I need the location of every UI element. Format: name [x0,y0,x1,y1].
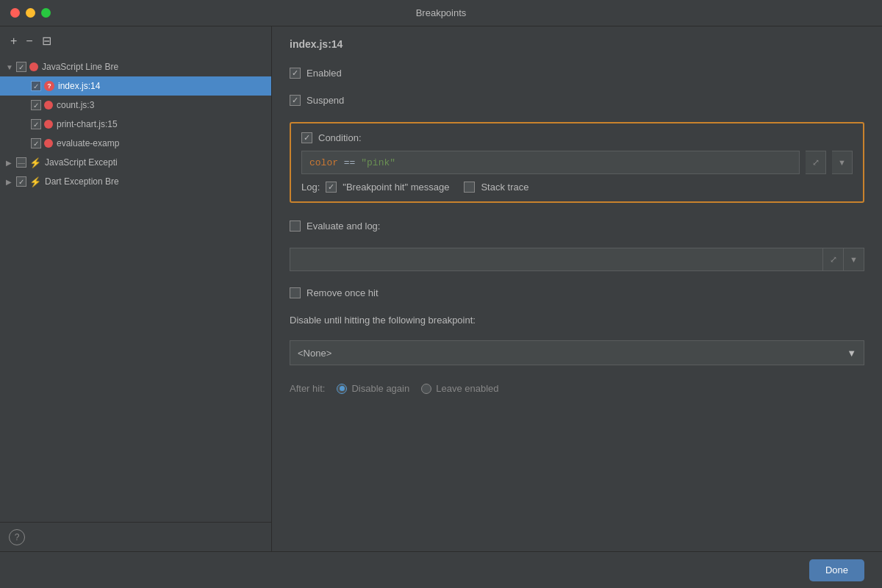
checkbox-js-line-br[interactable] [16,62,26,72]
tree-label-js-exception: JavaScript Excepti [45,157,118,168]
red-question-icon-index-js-14 [44,81,54,91]
evaluate-row: Evaluate and log: [290,220,864,232]
condition-dropdown-button[interactable]: ▼ [832,151,853,174]
red-dot-icon-print-chart-js [44,120,53,129]
red-dot-icon-evaluate-examp [44,139,53,148]
after-hit-row: After hit: Disable again Leave enabled [290,383,864,394]
breakpoint-title: index.js:14 [290,38,864,50]
close-button[interactable] [10,8,20,18]
window-title: Breakpoints [416,7,467,18]
evaluate-dropdown-button[interactable]: ▼ [844,248,864,271]
disable-until-label: Disable until hitting the following brea… [290,315,864,326]
tree-item-count-js-3[interactable]: count.js:3 [0,96,271,115]
checkbox-js-exception[interactable]: — [16,157,26,168]
checkbox-count-js-3[interactable] [31,100,41,110]
evaluate-input-row: ⤢ ▼ [290,248,864,271]
remove-once-hit-label: Remove once hit [306,287,379,298]
done-button[interactable]: Done [809,559,864,581]
enabled-label: Enabled [306,68,342,79]
radio-leave-enabled: Leave enabled [421,383,498,394]
condition-code-display[interactable]: color == "pink" [301,151,800,174]
condition-box: Condition: color == "pink" ⤢ ▼ Log: "Bre… [290,122,864,203]
radio-leave-enabled-label: Leave enabled [436,383,498,394]
evaluate-label: Evaluate and log: [306,220,380,232]
condition-header: Condition: [301,132,853,143]
right-panel: index.js:14 Enabled Suspend Condition: c… [272,26,882,551]
log-stack-trace-label: Stack trace [481,182,528,193]
remove-once-hit-row: Remove once hit [290,287,864,298]
disable-until-value: <None> [298,348,331,359]
tree-item-dart-exception-br[interactable]: ▶ ⚡ Dart Exception Bre [0,172,271,191]
tree-label-print-chart-js: print-chart.js:15 [57,119,118,129]
tree-label-js-line-br: JavaScript Line Bre [42,62,118,72]
code-keyword: color [309,157,338,168]
checkbox-evaluate-examp[interactable] [31,138,41,148]
tree-label-dart-exception-br: Dart Exception Bre [45,176,119,187]
tree-label-count-js-3: count.js:3 [57,100,94,110]
checkbox-print-chart-js[interactable] [31,119,41,129]
evaluate-expand-button[interactable]: ⤢ [823,248,844,271]
minimize-button[interactable] [26,8,35,18]
expand-arrow-js-exception: ▶ [6,159,16,167]
titlebar: Breakpoints [0,0,882,26]
expand-arrow-dart-exception-br: ▶ [6,178,16,186]
add-breakpoint-button[interactable]: + [9,35,18,47]
lightning-icon-dart-exception-br: ⚡ [29,176,41,187]
condition-checkbox[interactable] [301,132,312,143]
tree-item-print-chart-js[interactable]: print-chart.js:15 [0,115,271,134]
expand-arrow-js-line-br: ▼ [6,63,16,71]
checkbox-dart-exception-br[interactable] [16,176,26,187]
condition-expand-button[interactable]: ⤢ [806,151,826,174]
red-dot-icon-count-js-3 [44,101,53,110]
window-controls [10,8,51,18]
code-string: "pink" [361,157,395,168]
mute-breakpoints-button[interactable]: ⊟ [40,35,53,47]
enabled-row: Enabled [290,68,864,79]
log-stack-trace-checkbox[interactable] [464,182,475,193]
breakpoints-toolbar: + − ⊟ [0,26,271,56]
suspend-label: Suspend [306,95,344,106]
tree-label-index-js-14: index.js:14 [58,81,100,91]
checkbox-index-js-14[interactable] [31,81,41,91]
after-hit-label: After hit: [290,383,325,394]
tree-item-js-exception[interactable]: ▶ — ⚡ JavaScript Excepti [0,153,271,172]
red-dot-icon-js-line-br [29,62,38,71]
suspend-checkbox[interactable] [290,95,301,106]
radio-disable-again: Disable again [337,383,409,394]
radio-disable-again-label: Disable again [351,383,409,394]
log-bp-hit-label: "Breakpoint hit" message [343,182,449,193]
breakpoints-tree: ▼ JavaScript Line Bre index.js:14 count.… [0,56,271,522]
radio-disable-again-button[interactable] [337,384,347,394]
code-operator: == [338,157,361,168]
maximize-button[interactable] [41,8,51,18]
condition-label: Condition: [318,132,362,143]
tree-item-evaluate-examp[interactable]: evaluate-examp [0,134,271,153]
suspend-row: Suspend [290,95,864,106]
remove-once-hit-checkbox[interactable] [290,287,301,298]
remove-breakpoint-button[interactable]: − [24,35,34,47]
log-bp-hit-checkbox[interactable] [326,182,337,193]
tree-item-js-line-br[interactable]: ▼ JavaScript Line Bre [0,57,271,76]
main-content: + − ⊟ ▼ JavaScript Line Bre index.js:14 [0,26,882,551]
left-panel: + − ⊟ ▼ JavaScript Line Bre index.js:14 [0,26,272,551]
help-button[interactable]: ? [9,529,25,545]
log-label: Log: [301,182,320,193]
tree-item-index-js-14[interactable]: index.js:14 [0,76,271,96]
disable-until-dropdown[interactable]: <None> ▼ [290,340,864,365]
tree-label-evaluate-examp: evaluate-examp [57,138,119,148]
enabled-checkbox[interactable] [290,68,301,79]
bottom-bar: Done [0,551,882,588]
left-panel-bottom: ? [0,522,271,551]
evaluate-code-display[interactable] [290,248,823,271]
condition-input-row: color == "pink" ⤢ ▼ [301,151,853,174]
log-row: Log: "Breakpoint hit" message Stack trac… [301,182,853,193]
evaluate-checkbox[interactable] [290,220,301,232]
disable-until-arrow: ▼ [847,348,856,359]
radio-leave-enabled-button[interactable] [421,384,431,394]
lightning-icon-js-exception: ⚡ [29,157,41,168]
